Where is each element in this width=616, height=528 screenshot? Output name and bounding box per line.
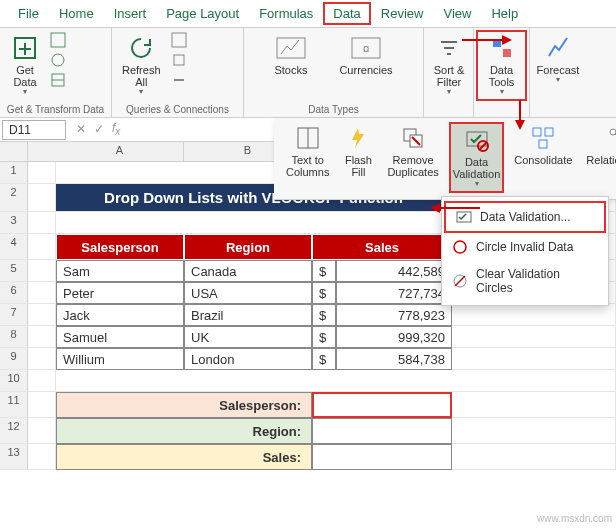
col-gutter	[28, 142, 56, 161]
refresh-icon	[127, 34, 155, 62]
svg-point-27	[454, 241, 466, 253]
cell-d7-cur[interactable]: $	[312, 304, 336, 326]
svg-point-23	[610, 129, 616, 135]
row-head-8[interactable]: 8	[0, 326, 28, 348]
cell-d9[interactable]: 584,738	[336, 348, 452, 370]
group-queries: Queries & Connections	[118, 102, 237, 115]
row-head-1[interactable]: 1	[0, 162, 28, 184]
forecast-button[interactable]: Forecast▾	[536, 32, 580, 87]
cell-b6[interactable]: Peter	[56, 282, 184, 304]
lookup-sl-input[interactable]	[312, 444, 452, 470]
row-head-7[interactable]: 7	[0, 304, 28, 326]
row-head-5[interactable]: 5	[0, 260, 28, 282]
row-head-12[interactable]: 12	[0, 418, 28, 444]
tab-file[interactable]: File	[8, 2, 49, 25]
svg-line-29	[455, 276, 465, 286]
svg-text:¤: ¤	[363, 42, 370, 56]
menu-circle-invalid[interactable]: Circle Invalid Data	[442, 233, 608, 261]
row-head-2[interactable]: 2	[0, 184, 28, 212]
tab-insert[interactable]: Insert	[104, 2, 157, 25]
svg-marker-35	[430, 203, 440, 213]
lookup-rg-label: Region:	[56, 418, 312, 444]
cell-c8[interactable]: UK	[184, 326, 312, 348]
cell-d9-cur[interactable]: $	[312, 348, 336, 370]
flash-fill-button[interactable]: Flash Fill	[339, 122, 377, 180]
flash-fill-label: Flash Fill	[345, 154, 372, 178]
cell-d5[interactable]: 442,589	[336, 260, 452, 282]
cell-b9[interactable]: Willium	[56, 348, 184, 370]
lookup-sp-input[interactable]	[312, 392, 452, 418]
row-head-10[interactable]: 10	[0, 370, 28, 392]
tab-home[interactable]: Home	[49, 2, 104, 25]
cell-c9[interactable]: London	[184, 348, 312, 370]
col-head-a[interactable]: A	[56, 142, 184, 161]
svg-marker-31	[502, 35, 512, 45]
remove-dupes-label: Remove Duplicates	[387, 154, 438, 178]
tab-view[interactable]: View	[433, 2, 481, 25]
watermark: www.msxdn.com	[537, 513, 612, 524]
text-to-columns-icon	[294, 124, 322, 152]
cell-d5-cur[interactable]: $	[312, 260, 336, 282]
row-head-13[interactable]: 13	[0, 444, 28, 470]
cell-d8[interactable]: 999,320	[336, 326, 452, 348]
from-table-icon[interactable]	[50, 72, 68, 90]
row-head-4[interactable]: 4	[0, 234, 28, 260]
remove-duplicates-button[interactable]: Remove Duplicates	[383, 122, 442, 180]
menu-clear-circles[interactable]: Clear Validation Circles	[442, 261, 608, 301]
hdr-sales: Sales	[312, 234, 452, 260]
get-data-icon	[11, 34, 39, 62]
menu-clear-label: Clear Validation Circles	[476, 267, 598, 295]
lookup-sp-label: Salesperson:	[56, 392, 312, 418]
tab-page-layout[interactable]: Page Layout	[156, 2, 249, 25]
cell-b5[interactable]: Sam	[56, 260, 184, 282]
stocks-button[interactable]: Stocks	[270, 32, 311, 78]
row-head-11[interactable]: 11	[0, 392, 28, 418]
cell-b8[interactable]: Samuel	[56, 326, 184, 348]
forecast-icon	[544, 34, 572, 62]
edit-links-icon[interactable]	[171, 72, 189, 90]
cancel-icon[interactable]: ✕	[76, 122, 86, 136]
from-web-icon[interactable]	[50, 52, 68, 70]
cell-c5[interactable]: Canada	[184, 260, 312, 282]
consolidate-icon	[529, 124, 557, 152]
select-all-corner[interactable]	[0, 142, 28, 161]
cell-d8-cur[interactable]: $	[312, 326, 336, 348]
lookup-rg-input[interactable]	[312, 418, 452, 444]
relationships-button[interactable]: Relationships	[582, 122, 616, 168]
tab-help[interactable]: Help	[481, 2, 528, 25]
data-validation-button[interactable]: Data Validation▾	[449, 122, 505, 193]
cell-d6[interactable]: 727,734	[336, 282, 452, 304]
get-data-button[interactable]: Get Data▾	[6, 32, 44, 99]
from-text-icon[interactable]	[50, 32, 68, 50]
svg-rect-21	[545, 128, 553, 136]
cell-d7[interactable]: 778,923	[336, 304, 452, 326]
cell-b7[interactable]: Jack	[56, 304, 184, 326]
t2c-label: Text to Columns	[286, 154, 329, 178]
cell-d6-cur[interactable]: $	[312, 282, 336, 304]
svg-rect-7	[277, 38, 305, 58]
arrow-2	[510, 100, 530, 130]
tab-formulas[interactable]: Formulas	[249, 2, 323, 25]
queries-icon[interactable]	[171, 32, 189, 50]
name-box[interactable]: D11	[2, 120, 66, 140]
tab-data[interactable]: Data	[323, 2, 370, 25]
text-to-columns-button[interactable]: Text to Columns	[282, 122, 333, 180]
cell-c7[interactable]: Brazil	[184, 304, 312, 326]
currencies-button[interactable]: ¤ Currencies	[335, 32, 396, 78]
cell-c6[interactable]: USA	[184, 282, 312, 304]
fx-icon[interactable]: fx	[112, 121, 120, 137]
lookup-sl-label: Sales:	[56, 444, 312, 470]
svg-rect-11	[503, 49, 511, 57]
tab-review[interactable]: Review	[371, 2, 434, 25]
refresh-all-button[interactable]: Refresh All▾	[118, 32, 165, 99]
properties-icon[interactable]	[171, 52, 189, 70]
row-head-3[interactable]: 3	[0, 212, 28, 234]
row-head-6[interactable]: 6	[0, 282, 28, 304]
enter-icon[interactable]: ✓	[94, 122, 104, 136]
currencies-icon: ¤	[352, 34, 380, 62]
hdr-region: Region	[184, 234, 312, 260]
svg-rect-20	[533, 128, 541, 136]
clear-circles-icon	[452, 273, 468, 289]
relationships-icon	[605, 124, 616, 152]
row-head-9[interactable]: 9	[0, 348, 28, 370]
